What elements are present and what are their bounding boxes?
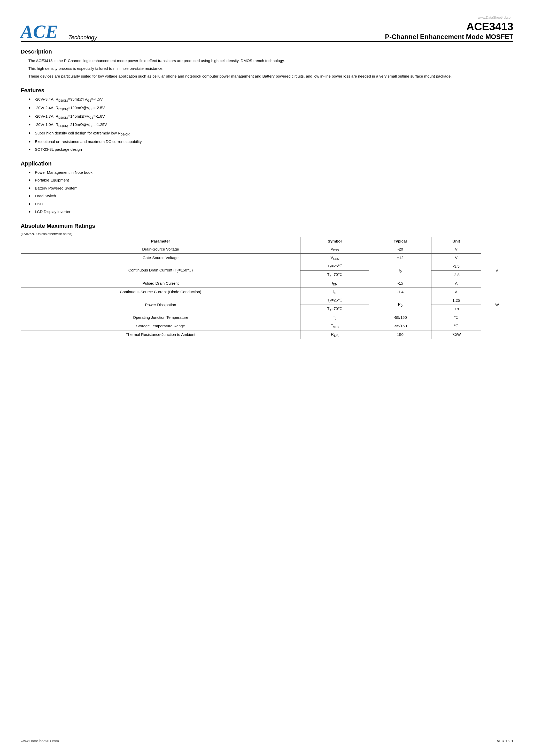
list-item: Exceptional on-resistance and maximum DC…	[28, 139, 513, 145]
list-item: Power Management in Note book	[28, 170, 513, 176]
list-item: -20V/-1.0A, RDS(ON)=210mΩ@VGS=-1.25V	[28, 122, 513, 128]
col-unit: Unit	[431, 237, 481, 245]
list-item: Super high density cell design for extre…	[28, 130, 513, 137]
description-para-3: These devices are particularly suited fo…	[21, 73, 513, 79]
unit-cell: ℃	[431, 313, 481, 322]
unit-cell: V	[431, 254, 481, 262]
list-item: LCD Display inverter	[28, 209, 513, 215]
condition-cell: TA=70℃	[300, 270, 369, 279]
col-parameter: Parameter	[21, 237, 300, 245]
typical-cell: 150	[369, 330, 431, 339]
param-cell: Drain-Source Voltage	[21, 245, 300, 254]
unit-cell: W	[481, 296, 513, 313]
table-row: Pulsed Drain Current IDM -15 A	[21, 279, 513, 287]
description-para-2: This high density process is especially …	[21, 66, 513, 72]
application-list: Power Management in Note book Portable E…	[21, 170, 513, 215]
table-row: Operating Junction Temperature TJ -55/15…	[21, 313, 513, 322]
chip-name: ACE3413	[385, 20, 513, 33]
symbol-cell: IDM	[300, 279, 369, 287]
param-cell: Storage Temperature Range	[21, 322, 300, 330]
table-row: Continuous Drain Current (TJ=150℃) TA=25…	[21, 262, 513, 270]
typical-cell: -20	[369, 245, 431, 254]
application-title: Application	[21, 160, 513, 167]
features-section: Features -20V/-3.4A, RDS(ON)=95mΩ@VGS=-4…	[21, 87, 513, 152]
table-row: Thermal Resistance-Junction to Ambient R…	[21, 330, 513, 339]
header-divider	[21, 41, 513, 42]
application-section: Application Power Management in Note boo…	[21, 160, 513, 215]
list-item: -20V/-3.4A, RDS(ON)=95mΩ@VGS=-4.5V	[28, 96, 513, 103]
table-row: Gate-Source Voltage VGSS ±12 V	[21, 254, 513, 262]
watermark-text: www.DataSheet4U.com	[385, 15, 513, 19]
description-title: Description	[21, 48, 513, 55]
col-typical: Typical	[369, 237, 431, 245]
param-cell: Continuous Drain Current (TJ=150℃)	[21, 262, 300, 279]
param-cell: Thermal Resistance-Junction to Ambient	[21, 330, 300, 339]
list-item: SOT-23-3L package design	[28, 147, 513, 152]
unit-cell: A	[431, 279, 481, 287]
typical-cell: -3.5	[431, 262, 481, 270]
ratings-table: Parameter Symbol Typical Unit Drain-Sour…	[21, 237, 513, 339]
ace-logo: ACE	[21, 22, 58, 41]
typical-cell: -55/150	[369, 313, 431, 322]
list-item: -20V/-1.7A, RDS(ON)=145mΩ@VGS=-1.8V	[28, 114, 513, 120]
list-item: Portable Equipment	[28, 177, 513, 183]
unit-cell: ℃/W	[431, 330, 481, 339]
symbol-cell: VGSS	[300, 254, 369, 262]
description-para-1: The ACE3413 is the P-Channel logic enhan…	[21, 58, 513, 64]
unit-cell: ℃	[431, 322, 481, 330]
typical-cell: ±12	[369, 254, 431, 262]
symbol-cell: PD	[369, 296, 431, 313]
param-cell: Pulsed Drain Current	[21, 279, 300, 287]
symbol-cell: TJ	[300, 313, 369, 322]
unit-cell: V	[431, 245, 481, 254]
col-symbol: Symbol	[300, 237, 369, 245]
table-header-row: Parameter Symbol Typical Unit	[21, 237, 513, 245]
page-header: ACE Technology www.DataSheet4U.com ACE34…	[21, 15, 513, 41]
unit-cell: A	[431, 287, 481, 296]
param-cell: Operating Junction Temperature	[21, 313, 300, 322]
param-cell: Continuous Source Current (Diode Conduct…	[21, 287, 300, 296]
typical-cell: -1.4	[369, 287, 431, 296]
table-note: (TA=25℃ Unless otherwise noted)	[21, 232, 513, 236]
typical-cell: -15	[369, 279, 431, 287]
logo-row: ACE Technology	[21, 22, 97, 41]
ratings-title: Absolute Maximum Ratings	[21, 223, 513, 229]
condition-cell: TA=70℃	[300, 305, 369, 313]
typical-cell: 1.25	[431, 296, 481, 305]
chip-subtitle: P-Channel Enhancement Mode MOSFET	[385, 33, 513, 41]
unit-cell: A	[481, 262, 513, 279]
param-cell: Power Dissipation	[21, 296, 300, 313]
typical-cell: 0.8	[431, 305, 481, 313]
param-cell: Gate-Source Voltage	[21, 254, 300, 262]
chip-info: www.DataSheet4U.com ACE3413 P-Channel En…	[385, 15, 513, 41]
typical-cell: -55/150	[369, 322, 431, 330]
footer-version: VER 1.2 1	[497, 739, 513, 743]
list-item: Load Switch	[28, 193, 513, 199]
symbol-cell: TSTG	[300, 322, 369, 330]
list-item: -20V/-2.4A, RDS(ON)=120mΩ@VGS=-2.5V	[28, 105, 513, 111]
condition-cell: TA=25℃	[300, 296, 369, 305]
ratings-section: Absolute Maximum Ratings (TA=25℃ Unless …	[21, 223, 513, 339]
symbol-cell: ID	[369, 262, 431, 279]
features-list: -20V/-3.4A, RDS(ON)=95mΩ@VGS=-4.5V -20V/…	[21, 96, 513, 152]
symbol-cell: IS	[300, 287, 369, 296]
technology-label: Technology	[68, 34, 97, 41]
table-row: Storage Temperature Range TSTG -55/150 ℃	[21, 322, 513, 330]
typical-cell: -2.8	[431, 270, 481, 279]
symbol-cell: VDSS	[300, 245, 369, 254]
list-item: DSC	[28, 201, 513, 207]
description-section: Description The ACE3413 is the P-Channel…	[21, 48, 513, 79]
page-footer: www.DataSheet4U.com VER 1.2 1	[21, 739, 513, 743]
table-row: Continuous Source Current (Diode Conduct…	[21, 287, 513, 296]
symbol-cell: RθJA	[300, 330, 369, 339]
list-item: Battery Powered System	[28, 185, 513, 191]
features-title: Features	[21, 87, 513, 94]
footer-url: www.DataSheet4U.com	[21, 739, 59, 743]
table-row: Power Dissipation TA=25℃ PD 1.25 W	[21, 296, 513, 305]
condition-cell: TA=25℃	[300, 262, 369, 270]
table-row: Drain-Source Voltage VDSS -20 V	[21, 245, 513, 254]
